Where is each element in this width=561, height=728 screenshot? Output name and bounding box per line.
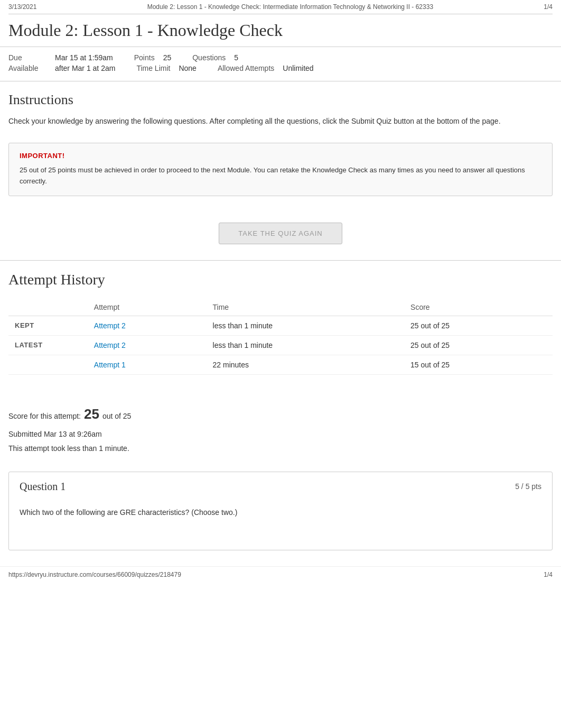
score-label: Score for this attempt: [8,409,81,423]
points-label: Points [134,53,155,62]
question-text: Which two of the following are GRE chara… [20,506,541,518]
take-quiz-button[interactable]: TAKE THE QUIZ AGAIN [219,223,342,244]
important-title: IMPORTANT! [20,152,541,160]
questions-value: 5 [234,53,238,62]
col-header-time: Time [207,299,405,316]
due-value: Mar 15 at 1:59am [55,53,113,62]
row-score: 25 out of 25 [404,335,553,355]
score-number: 25 [84,401,99,427]
question-title: Question 1 [20,481,66,493]
page-title: Module 2: Lesson 1 - Knowledge Check [0,14,561,47]
quiz-button-area: TAKE THE QUIZ AGAIN [0,207,561,260]
table-row: Attempt 122 minutes15 out of 25 [8,355,553,374]
bottom-page-number: 1/4 [544,571,553,578]
important-box: IMPORTANT! 25 out of 25 points must be a… [8,143,553,196]
meta-row-available: Available after Mar 1 at 2am Time Limit … [8,64,553,72]
table-header-row: Attempt Time Score [8,299,553,316]
available-value: after Mar 1 at 2am [55,64,115,72]
bottom-url: https://devryu.instructure.com/courses/6… [8,571,181,578]
top-bar-date: 3/13/2021 [8,3,36,11]
instructions-heading: Instructions [8,92,553,108]
row-label: KEPT [8,316,88,335]
top-bar: 3/13/2021 Module 2: Lesson 1 - Knowledge… [0,0,561,14]
col-header-attempt: Attempt [88,299,207,316]
instructions-section: Instructions Check your knowledge by ans… [0,81,561,143]
row-score: 15 out of 25 [404,355,553,374]
time-limit-label: Time Limit [136,64,170,72]
row-attempt[interactable]: Attempt 2 [88,335,207,355]
score-section: Score for this attempt: 25 out of 25 Sub… [0,396,561,466]
submitted-label: Submitted Mar 13 at 9:26am [8,427,553,441]
available-label: Available [8,64,51,72]
top-bar-title: Module 2: Lesson 1 - Knowledge Check: In… [147,3,433,11]
questions-label: Questions [192,53,226,62]
table-row: LATESTAttempt 2less than 1 minute25 out … [8,335,553,355]
question-pts: 5 / 5 pts [515,482,541,491]
question-header: Question 1 5 / 5 pts [9,472,552,498]
row-attempt[interactable]: Attempt 2 [88,316,207,335]
col-header-label [8,299,88,316]
row-label: LATEST [8,335,88,355]
row-time: less than 1 minute [207,316,405,335]
important-text: 25 out of 25 points must be achieved in … [20,165,541,187]
attempt-history-section: Attempt History Attempt Time Score KEPTA… [0,260,561,396]
row-score: 25 out of 25 [404,316,553,335]
attempt-history-heading: Attempt History [8,271,553,288]
table-row: KEPTAttempt 2less than 1 minute25 out of… [8,316,553,335]
row-time: less than 1 minute [207,335,405,355]
allowed-attempts-value: Unlimited [283,64,313,72]
attempt-table: Attempt Time Score KEPTAttempt 2less tha… [8,299,553,375]
score-line: Score for this attempt: 25 out of 25 [8,401,553,427]
row-attempt[interactable]: Attempt 1 [88,355,207,374]
row-label [8,355,88,374]
bottom-bar: https://devryu.instructure.com/courses/6… [0,566,561,583]
due-label: Due [8,53,51,62]
meta-row-due: Due Mar 15 at 1:59am Points 25 Questions… [8,53,553,62]
points-value: 25 [163,53,172,62]
question-card-inner: Question 1 5 / 5 pts Which two of the fo… [9,472,552,550]
row-time: 22 minutes [207,355,405,374]
allowed-attempts-label: Allowed Attempts [218,64,274,72]
meta-section: Due Mar 15 at 1:59am Points 25 Questions… [0,47,561,81]
instructions-text: Check your knowledge by answering the fo… [8,115,553,127]
time-limit-value: None [179,64,196,72]
col-header-score: Score [404,299,553,316]
question-card: Question 1 5 / 5 pts Which two of the fo… [8,472,553,550]
top-bar-page-number: 1/4 [544,3,553,11]
time-label: This attempt took less than 1 minute. [8,441,553,456]
question-body: Which two of the following are GRE chara… [9,498,552,550]
score-out-of: out of 25 [102,409,132,423]
question-card-area: Question 1 5 / 5 pts Which two of the fo… [8,472,553,550]
